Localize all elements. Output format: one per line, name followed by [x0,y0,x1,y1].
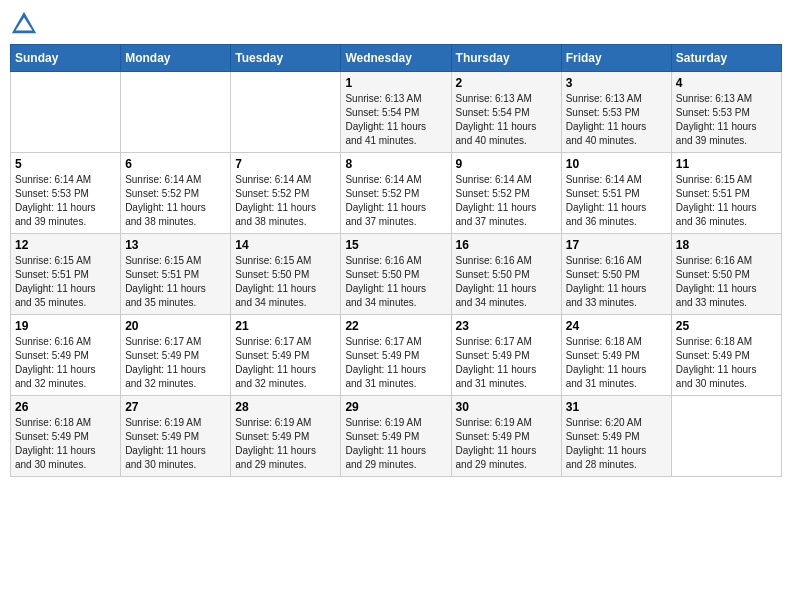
calendar-cell: 26Sunrise: 6:18 AM Sunset: 5:49 PM Dayli… [11,396,121,477]
calendar-cell: 14Sunrise: 6:15 AM Sunset: 5:50 PM Dayli… [231,234,341,315]
day-number: 18 [676,238,777,252]
calendar-cell: 7Sunrise: 6:14 AM Sunset: 5:52 PM Daylig… [231,153,341,234]
calendar-cell: 3Sunrise: 6:13 AM Sunset: 5:53 PM Daylig… [561,72,671,153]
calendar-cell: 11Sunrise: 6:15 AM Sunset: 5:51 PM Dayli… [671,153,781,234]
day-number: 19 [15,319,116,333]
day-info: Sunrise: 6:17 AM Sunset: 5:49 PM Dayligh… [125,335,226,391]
logo [10,10,42,38]
day-info: Sunrise: 6:20 AM Sunset: 5:49 PM Dayligh… [566,416,667,472]
calendar-cell: 5Sunrise: 6:14 AM Sunset: 5:53 PM Daylig… [11,153,121,234]
calendar-cell: 17Sunrise: 6:16 AM Sunset: 5:50 PM Dayli… [561,234,671,315]
calendar-cell: 24Sunrise: 6:18 AM Sunset: 5:49 PM Dayli… [561,315,671,396]
day-number: 7 [235,157,336,171]
page-header [10,10,782,38]
day-number: 26 [15,400,116,414]
day-info: Sunrise: 6:14 AM Sunset: 5:52 PM Dayligh… [345,173,446,229]
day-info: Sunrise: 6:14 AM Sunset: 5:52 PM Dayligh… [456,173,557,229]
day-info: Sunrise: 6:13 AM Sunset: 5:54 PM Dayligh… [345,92,446,148]
calendar-week-row-4: 19Sunrise: 6:16 AM Sunset: 5:49 PM Dayli… [11,315,782,396]
weekday-header-friday: Friday [561,45,671,72]
calendar-cell: 29Sunrise: 6:19 AM Sunset: 5:49 PM Dayli… [341,396,451,477]
day-info: Sunrise: 6:18 AM Sunset: 5:49 PM Dayligh… [676,335,777,391]
day-info: Sunrise: 6:15 AM Sunset: 5:50 PM Dayligh… [235,254,336,310]
logo-icon [10,10,38,38]
day-info: Sunrise: 6:17 AM Sunset: 5:49 PM Dayligh… [456,335,557,391]
day-info: Sunrise: 6:16 AM Sunset: 5:50 PM Dayligh… [676,254,777,310]
calendar-table: SundayMondayTuesdayWednesdayThursdayFrid… [10,44,782,477]
calendar-cell: 19Sunrise: 6:16 AM Sunset: 5:49 PM Dayli… [11,315,121,396]
day-info: Sunrise: 6:14 AM Sunset: 5:52 PM Dayligh… [125,173,226,229]
day-number: 4 [676,76,777,90]
calendar-cell [11,72,121,153]
day-info: Sunrise: 6:14 AM Sunset: 5:53 PM Dayligh… [15,173,116,229]
calendar-cell: 18Sunrise: 6:16 AM Sunset: 5:50 PM Dayli… [671,234,781,315]
day-number: 16 [456,238,557,252]
day-info: Sunrise: 6:18 AM Sunset: 5:49 PM Dayligh… [15,416,116,472]
calendar-week-row-2: 5Sunrise: 6:14 AM Sunset: 5:53 PM Daylig… [11,153,782,234]
day-number: 29 [345,400,446,414]
day-info: Sunrise: 6:16 AM Sunset: 5:50 PM Dayligh… [345,254,446,310]
day-number: 27 [125,400,226,414]
day-info: Sunrise: 6:19 AM Sunset: 5:49 PM Dayligh… [345,416,446,472]
day-number: 25 [676,319,777,333]
day-number: 28 [235,400,336,414]
day-info: Sunrise: 6:18 AM Sunset: 5:49 PM Dayligh… [566,335,667,391]
day-number: 15 [345,238,446,252]
calendar-cell: 28Sunrise: 6:19 AM Sunset: 5:49 PM Dayli… [231,396,341,477]
day-number: 23 [456,319,557,333]
day-number: 13 [125,238,226,252]
day-number: 17 [566,238,667,252]
day-info: Sunrise: 6:19 AM Sunset: 5:49 PM Dayligh… [235,416,336,472]
day-info: Sunrise: 6:19 AM Sunset: 5:49 PM Dayligh… [456,416,557,472]
calendar-cell: 21Sunrise: 6:17 AM Sunset: 5:49 PM Dayli… [231,315,341,396]
calendar-cell: 9Sunrise: 6:14 AM Sunset: 5:52 PM Daylig… [451,153,561,234]
calendar-cell: 23Sunrise: 6:17 AM Sunset: 5:49 PM Dayli… [451,315,561,396]
calendar-cell: 16Sunrise: 6:16 AM Sunset: 5:50 PM Dayli… [451,234,561,315]
calendar-cell: 4Sunrise: 6:13 AM Sunset: 5:53 PM Daylig… [671,72,781,153]
day-info: Sunrise: 6:17 AM Sunset: 5:49 PM Dayligh… [345,335,446,391]
calendar-cell: 8Sunrise: 6:14 AM Sunset: 5:52 PM Daylig… [341,153,451,234]
day-number: 14 [235,238,336,252]
day-info: Sunrise: 6:14 AM Sunset: 5:52 PM Dayligh… [235,173,336,229]
day-info: Sunrise: 6:15 AM Sunset: 5:51 PM Dayligh… [125,254,226,310]
calendar-cell [671,396,781,477]
day-info: Sunrise: 6:14 AM Sunset: 5:51 PM Dayligh… [566,173,667,229]
day-info: Sunrise: 6:16 AM Sunset: 5:50 PM Dayligh… [566,254,667,310]
day-info: Sunrise: 6:15 AM Sunset: 5:51 PM Dayligh… [15,254,116,310]
day-number: 22 [345,319,446,333]
day-number: 9 [456,157,557,171]
day-info: Sunrise: 6:16 AM Sunset: 5:50 PM Dayligh… [456,254,557,310]
weekday-header-sunday: Sunday [11,45,121,72]
day-info: Sunrise: 6:13 AM Sunset: 5:53 PM Dayligh… [676,92,777,148]
day-number: 8 [345,157,446,171]
calendar-cell: 6Sunrise: 6:14 AM Sunset: 5:52 PM Daylig… [121,153,231,234]
day-info: Sunrise: 6:17 AM Sunset: 5:49 PM Dayligh… [235,335,336,391]
day-info: Sunrise: 6:16 AM Sunset: 5:49 PM Dayligh… [15,335,116,391]
day-number: 21 [235,319,336,333]
calendar-cell: 1Sunrise: 6:13 AM Sunset: 5:54 PM Daylig… [341,72,451,153]
calendar-week-row-5: 26Sunrise: 6:18 AM Sunset: 5:49 PM Dayli… [11,396,782,477]
day-info: Sunrise: 6:13 AM Sunset: 5:53 PM Dayligh… [566,92,667,148]
day-info: Sunrise: 6:13 AM Sunset: 5:54 PM Dayligh… [456,92,557,148]
day-number: 5 [15,157,116,171]
calendar-cell: 25Sunrise: 6:18 AM Sunset: 5:49 PM Dayli… [671,315,781,396]
calendar-week-row-1: 1Sunrise: 6:13 AM Sunset: 5:54 PM Daylig… [11,72,782,153]
day-number: 6 [125,157,226,171]
calendar-cell: 12Sunrise: 6:15 AM Sunset: 5:51 PM Dayli… [11,234,121,315]
calendar-week-row-3: 12Sunrise: 6:15 AM Sunset: 5:51 PM Dayli… [11,234,782,315]
day-number: 24 [566,319,667,333]
calendar-cell: 31Sunrise: 6:20 AM Sunset: 5:49 PM Dayli… [561,396,671,477]
weekday-header-tuesday: Tuesday [231,45,341,72]
weekday-header-thursday: Thursday [451,45,561,72]
calendar-cell: 10Sunrise: 6:14 AM Sunset: 5:51 PM Dayli… [561,153,671,234]
day-number: 2 [456,76,557,90]
calendar-cell: 13Sunrise: 6:15 AM Sunset: 5:51 PM Dayli… [121,234,231,315]
weekday-header-monday: Monday [121,45,231,72]
day-info: Sunrise: 6:15 AM Sunset: 5:51 PM Dayligh… [676,173,777,229]
day-number: 20 [125,319,226,333]
day-number: 10 [566,157,667,171]
calendar-cell: 20Sunrise: 6:17 AM Sunset: 5:49 PM Dayli… [121,315,231,396]
day-number: 31 [566,400,667,414]
weekday-header-wednesday: Wednesday [341,45,451,72]
day-number: 1 [345,76,446,90]
